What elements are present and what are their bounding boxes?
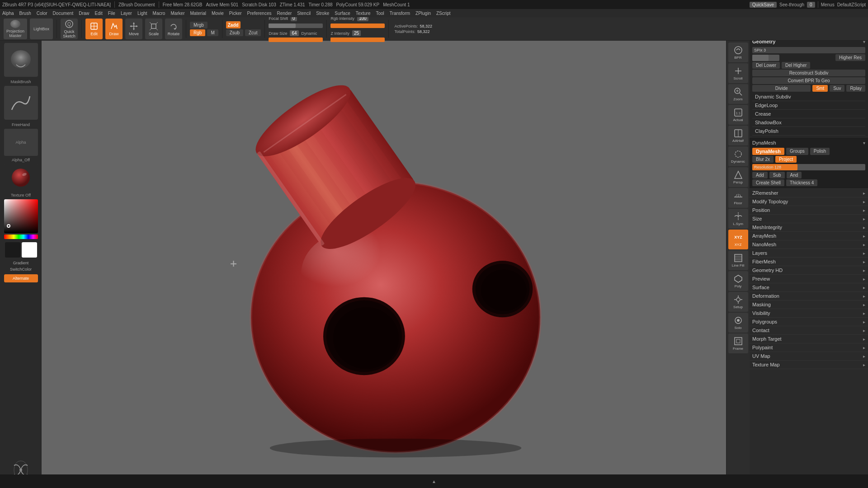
blur-button[interactable]: Blur 2x [752, 156, 774, 163]
project-button[interactable]: Project [775, 156, 797, 163]
menu-item-alpha[interactable]: Alpha [2, 11, 14, 16]
and-button[interactable]: And [787, 172, 802, 178]
z-intensity-slider[interactable] [330, 38, 385, 42]
fiber-mesh-item[interactable]: FiberMesh ▸ [750, 258, 868, 266]
texture-map-item[interactable]: Texture Map ▸ [750, 361, 868, 369]
bpr-button[interactable]: BPR [728, 42, 748, 62]
nano-mesh-item[interactable]: NanoMesh ▸ [750, 240, 868, 249]
size-item[interactable]: Size ▸ [750, 215, 868, 223]
preview-item[interactable]: Preview ▸ [750, 275, 868, 283]
menu-item-surface[interactable]: Surface [335, 11, 350, 16]
menus-label[interactable]: Menus [821, 2, 835, 7]
color-spectrum-bar[interactable] [4, 235, 38, 239]
zremesher-item[interactable]: ZRemesher ▸ [750, 189, 868, 197]
m-indicator[interactable]: M [207, 29, 218, 36]
color-picker[interactable] [4, 199, 38, 239]
xyz-button[interactable]: XYZ XYZ [728, 230, 748, 249]
menu-item-document[interactable]: Document [53, 11, 74, 16]
rplay-button[interactable]: Rplay [846, 85, 865, 92]
groups-button[interactable]: Groups [786, 148, 808, 155]
actual-button[interactable]: 1:1 Actual [728, 105, 748, 125]
menu-item-stroke[interactable]: Stroke [316, 11, 329, 16]
menu-item-render[interactable]: Render [277, 11, 292, 16]
menu-item-file[interactable]: File [108, 11, 115, 16]
divide-button[interactable]: Divide [752, 85, 811, 92]
mrgb-button[interactable]: Mrgb [190, 22, 208, 28]
shadowbox-item[interactable]: ShadowBox [752, 118, 865, 127]
dynmesh-active-button[interactable]: DynaMesh [752, 148, 784, 155]
solo-button[interactable]: Solo [728, 313, 748, 333]
smt-button[interactable]: Smt [812, 85, 828, 92]
zoom-button[interactable]: Zoom [728, 84, 748, 104]
masking-item[interactable]: Masking ▸ [750, 300, 868, 309]
menu-item-zplugin[interactable]: ZPlugin [415, 11, 431, 16]
menu-item-tool[interactable]: Tool [376, 11, 384, 16]
higher-res-button[interactable]: Higher Res [835, 54, 865, 61]
scale-button[interactable]: Scale [145, 19, 162, 39]
aahalf-button[interactable]: AAHalf [728, 126, 748, 145]
texture-preview[interactable] [4, 164, 38, 191]
persp-button[interactable]: Persp [728, 167, 748, 187]
spix-slider[interactable]: SPix 3 [752, 47, 865, 53]
brush-preview[interactable] [4, 43, 38, 77]
zadd-button[interactable]: Zadd [226, 21, 241, 28]
menu-item-macro[interactable]: Macro [153, 11, 165, 16]
quick-sketch-button[interactable]: Q QuickSketch [61, 19, 78, 39]
visibility-item[interactable]: Visibility ▸ [750, 309, 868, 318]
menu-item-zscript[interactable]: ZScript [436, 11, 451, 16]
default-zscript[interactable]: DefaultZScript [837, 2, 866, 7]
menu-item-picker[interactable]: Picker [229, 11, 242, 16]
del-higher-button[interactable]: Del Higher [782, 62, 810, 69]
del-lower-button[interactable]: Del Lower [752, 62, 780, 69]
dynamic-button[interactable]: Dynamic [728, 146, 748, 166]
draw-size-slider[interactable] [269, 38, 323, 42]
claypolish-item[interactable]: ClayPolish [752, 127, 865, 136]
stroke-preview[interactable] [4, 86, 38, 120]
add-button[interactable]: Add [752, 172, 768, 178]
alternate-button[interactable]: Alternate [4, 274, 38, 282]
alpha-preview[interactable]: Alpha [4, 129, 38, 156]
color-gradient-rect[interactable] [4, 199, 38, 233]
position-item[interactable]: Position ▸ [750, 206, 868, 215]
uv-map-item[interactable]: UV Map ▸ [750, 352, 868, 361]
menu-item-material[interactable]: Material [190, 11, 207, 16]
rgb-intensity-slider[interactable] [330, 23, 385, 28]
move-button[interactable]: Move [125, 19, 142, 39]
menu-item-stencil[interactable]: Stencil [297, 11, 311, 16]
reconstruct-subdiv-button[interactable]: Reconstruct Subdiv [752, 70, 865, 76]
geometry-hd-item[interactable]: Geometry HD ▸ [750, 266, 868, 275]
frame-button[interactable]: Frame [728, 333, 748, 353]
projection-master-button[interactable]: ProjectionMaster [4, 19, 27, 39]
create-shell-button[interactable]: Create Shell [752, 179, 784, 186]
convert-bpr-button[interactable]: Convert BPR To Geo [752, 77, 865, 84]
suv-button[interactable]: Suv [830, 85, 844, 92]
edgeloop-item[interactable]: EdgeLoop [752, 101, 865, 110]
linefill-button[interactable]: Line Fill [728, 250, 748, 270]
zsub-button[interactable]: Zsub [226, 29, 243, 36]
menu-item-marker[interactable]: Marker [170, 11, 184, 16]
lightbox-button[interactable]: LightBox [30, 19, 53, 39]
canvas-area[interactable]: + [42, 41, 750, 474]
rotate-button[interactable]: Rotate [165, 19, 182, 39]
draw-size-value[interactable]: 64 [290, 30, 298, 36]
scroll-button[interactable]: Scroll [728, 63, 748, 83]
menu-item-transform[interactable]: Transform [390, 11, 410, 16]
menu-item-layer[interactable]: Layer [121, 11, 132, 16]
contact-item[interactable]: Contact ▸ [750, 326, 868, 335]
zcut-button[interactable]: Zcut [245, 29, 261, 36]
rgb-button[interactable]: Rgb [190, 29, 205, 36]
sub-button[interactable]: Sub [769, 172, 785, 178]
menu-item-light[interactable]: Light [137, 11, 147, 16]
modify-topology-item[interactable]: Modify Topology ▸ [750, 197, 868, 206]
subdiv-slider[interactable] [752, 55, 779, 61]
thickness-button[interactable]: Thickness 4 [786, 179, 817, 186]
white-swatch[interactable] [22, 242, 37, 258]
menu-item-preferences[interactable]: Preferences [247, 11, 272, 16]
menu-item-movie[interactable]: Movie [212, 11, 224, 16]
z-intensity-value[interactable]: 25 [352, 30, 361, 36]
menu-item-texture[interactable]: Texture [356, 11, 371, 16]
poly-button[interactable]: Poly [728, 271, 748, 291]
menu-item-color[interactable]: Color [37, 11, 47, 16]
focal-slider[interactable] [269, 23, 323, 28]
layers-item[interactable]: Layers ▸ [750, 249, 868, 258]
